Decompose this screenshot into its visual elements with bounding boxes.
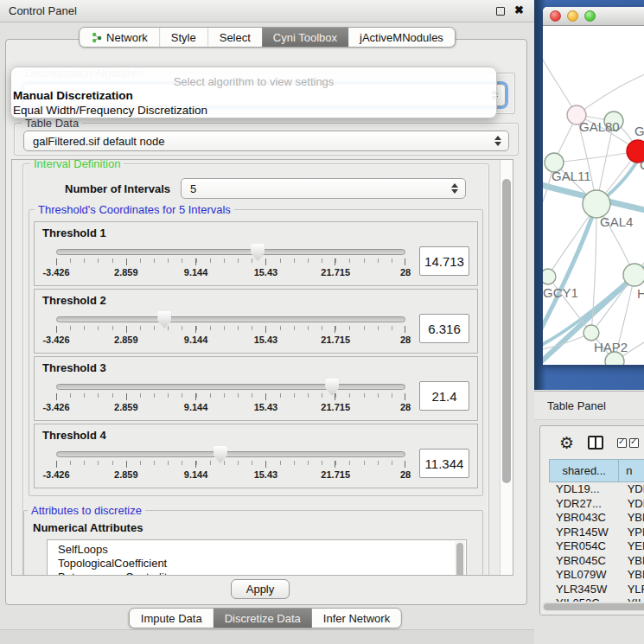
node-h — [623, 264, 644, 286]
checkbox-icon — [629, 438, 639, 448]
node-label: GAL80 — [579, 119, 620, 134]
node-table: shared... n YDL19...YDL1 YDR27...YDR2 YB… — [549, 459, 644, 611]
tab-select[interactable]: Select — [207, 28, 262, 47]
apply-button[interactable]: Apply — [231, 579, 290, 599]
tab-jactivemnodules[interactable]: jActiveMNodules — [348, 28, 455, 47]
network-icon — [91, 32, 102, 43]
control-panel-title: Control Panel — [9, 4, 77, 17]
algorithm-popup-hint: Select algorithm to view settings — [11, 75, 496, 88]
control-panel-tabbar: Network Style Select Cyni Toolbox jActiv… — [79, 27, 456, 48]
table-row[interactable]: YBR045CYBR0 — [549, 554, 644, 569]
network-canvas[interactable]: GAL80 GA GAL11 C GAL4 GCY1 H HAP2 — [543, 26, 644, 365]
list-item[interactable]: SelfLoops — [58, 543, 454, 557]
slider-track[interactable] — [56, 451, 405, 457]
control-panel-titlebar: Control Panel ✖ — [0, 0, 534, 22]
slider-track[interactable] — [56, 249, 405, 255]
table-data-label: Table Data — [22, 117, 82, 130]
zoom-window-icon[interactable] — [584, 10, 596, 22]
table-row[interactable]: YBL079WYBL0 — [549, 568, 644, 583]
table-horizontal-scrollbar[interactable] — [542, 602, 644, 611]
tab-impute-data[interactable]: Impute Data — [130, 609, 214, 628]
numerical-attributes-list[interactable]: SelfLoops TopologicalCoefficient Between… — [47, 539, 467, 576]
status-strip — [0, 629, 534, 644]
cyni-mode-tabbar: Impute Data Discretize Data Infer Networ… — [129, 608, 402, 628]
node-gcy1 — [543, 269, 556, 284]
threshold-4-label: Threshold 4 — [42, 429, 469, 442]
threshold-1-slider[interactable]: -3.426 2.859 9.144 15.43 21.715 28 — [56, 243, 405, 283]
table-header-row: shared... n — [549, 459, 644, 482]
algorithm-option-manual[interactable]: Manual Discretization — [13, 89, 133, 102]
threshold-2-label: Threshold 2 — [42, 294, 469, 307]
list-scrollbar[interactable] — [455, 541, 465, 576]
list-item[interactable]: BetweennessCentrality — [58, 571, 454, 576]
node-label: C — [640, 157, 644, 172]
node-label: GAL11 — [552, 169, 591, 183]
float-panel-icon[interactable] — [496, 7, 505, 16]
split-columns-icon[interactable] — [588, 436, 603, 450]
table-row[interactable]: YER054CYER0 — [549, 539, 644, 554]
table-row[interactable]: YBR043CYBR0 — [549, 511, 644, 526]
gear-icon[interactable]: ⚙ — [559, 435, 574, 451]
numerical-attributes-label: Numerical Attributes — [33, 521, 475, 534]
combo-arrows-icon — [494, 136, 501, 146]
thresholds-group: Threshold's Coordinates for 5 Intervals … — [29, 209, 483, 496]
tab-style[interactable]: Style — [159, 28, 207, 47]
thresholds-group-label: Threshold's Coordinates for 5 Intervals — [35, 203, 234, 216]
tab-infer-network[interactable]: Infer Network — [312, 609, 401, 628]
tab-network[interactable]: Network — [80, 28, 159, 47]
table-row[interactable]: YDR27...YDR2 — [549, 497, 644, 512]
node-label: GAL4 — [600, 214, 633, 229]
table-row[interactable]: YLR345WYLR3 — [549, 583, 644, 597]
attributes-group: Attributes to discretize Numerical Attri… — [23, 510, 483, 576]
slider-track[interactable] — [56, 384, 405, 390]
threshold-4-slider[interactable]: -3.426 2.859 9.144 15.43 21.715 28 — [56, 445, 405, 485]
threshold-panel-2: Threshold 2 -3.426 2.859 9.144 — [34, 289, 478, 354]
slider-track[interactable] — [56, 316, 405, 322]
list-item[interactable]: TopologicalCoefficient — [58, 557, 454, 571]
column-header-shared-name[interactable]: shared... — [550, 460, 619, 481]
threshold-panel-3: Threshold 3 -3.426 2.859 9.144 — [34, 356, 478, 421]
threshold-3-label: Threshold 3 — [42, 361, 469, 374]
table-panel-title: Table Panel — [547, 399, 606, 412]
node-label: GCY1 — [543, 285, 578, 300]
threshold-panel-1: Threshold 1 -3.426 2.859 9.144 — [34, 221, 478, 286]
threshold-panel-4: Threshold 4 -3.426 2.859 9.144 — [34, 424, 478, 488]
table-data-combo[interactable]: galFiltered.sif default node — [23, 131, 509, 151]
settings-scrollbar[interactable] — [500, 160, 513, 575]
threshold-4-value[interactable]: 11.344 — [419, 449, 469, 478]
tab-discretize-data[interactable]: Discretize Data — [214, 609, 312, 628]
number-of-intervals-combo[interactable]: 5 — [181, 178, 466, 199]
network-window: GAL80 GA GAL11 C GAL4 GCY1 H HAP2 — [543, 7, 644, 365]
table-row[interactable]: YDL19...YDL1 — [549, 482, 644, 497]
node-hap2 — [583, 325, 599, 341]
threshold-3-value[interactable]: 21.4 — [419, 381, 469, 411]
network-window-titlebar — [543, 7, 644, 26]
node-label: H — [637, 286, 644, 301]
settings-scrollpane: Interval Definition Number of Intervals … — [11, 159, 513, 576]
threshold-2-slider[interactable]: -3.426 2.859 9.144 15.43 21.715 28 — [56, 310, 405, 350]
screen: Control Panel ✖ Network Style Select Cyn… — [0, 0, 644, 644]
node-label: GA — [634, 124, 644, 138]
column-header-name[interactable]: n — [619, 460, 644, 481]
right-pane: GAL80 GA GAL11 C GAL4 GCY1 H HAP2 Table … — [534, 0, 644, 644]
table-panel-titlebar: Table Panel — [534, 391, 644, 420]
number-of-intervals-label: Number of Intervals — [65, 182, 170, 195]
table-panel-body: ⚙ shared... n YDL19...YDL1 YDR27...YDR2 … — [539, 425, 644, 615]
threshold-2-value[interactable]: 6.316 — [419, 314, 469, 343]
close-panel-icon[interactable]: ✖ — [514, 3, 524, 16]
table-data-group: Table Data galFiltered.sif default node — [14, 123, 519, 156]
threshold-1-value[interactable]: 14.713 — [419, 246, 469, 276]
interval-definition-group: Interval Definition Number of Intervals … — [22, 163, 489, 576]
algorithm-option-equal-width[interactable]: Equal Width/Frequency Discretization — [13, 104, 207, 117]
attributes-group-label: Attributes to discretize — [28, 504, 145, 517]
close-window-icon[interactable] — [550, 10, 561, 22]
select-columns-icon[interactable] — [617, 438, 639, 448]
table-row[interactable]: YPR145WYPR1 — [549, 526, 644, 540]
interval-definition-label: Interval Definition — [30, 159, 124, 170]
tab-cyni-toolbox[interactable]: Cyni Toolbox — [262, 28, 348, 47]
threshold-3-slider[interactable]: -3.426 2.859 9.144 15.43 21.715 28 — [56, 378, 405, 418]
algorithm-dropdown-popup: Select algorithm to view settings Manual… — [10, 67, 497, 118]
table-toolbar: ⚙ — [540, 426, 644, 459]
minimize-window-icon[interactable] — [567, 10, 578, 22]
combo-arrows-icon — [451, 183, 458, 194]
